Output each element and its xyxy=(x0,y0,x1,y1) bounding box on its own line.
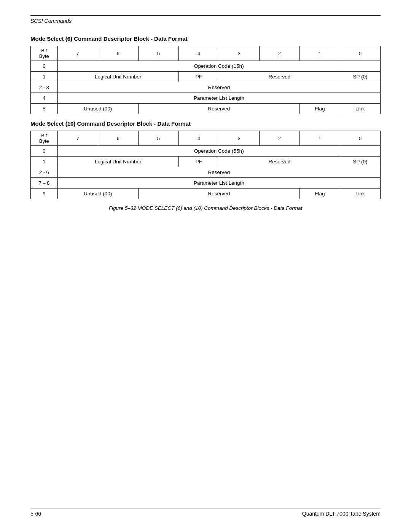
table1-bit0: 0 xyxy=(340,46,380,61)
table2-row9-link: Link xyxy=(340,189,380,199)
table2-bit1: 1 xyxy=(299,131,340,146)
table2-row9: 9 Unused (00) Reserved Flag Link xyxy=(31,189,381,199)
figure-caption: Figure 5–32 MODE SELECT (6) and (10) Com… xyxy=(30,205,381,211)
table1-bit7: 7 xyxy=(57,46,98,61)
table2-bit4: 4 xyxy=(178,131,219,146)
table2-row1: 1 Logical Unit Number PF Reserved SP (0) xyxy=(31,157,381,167)
table2-row1-lun: Logical Unit Number xyxy=(57,157,178,167)
table1-header-row: Bit Byte 7 6 5 4 3 2 1 0 xyxy=(31,46,381,61)
table1-row5-unused: Unused (00) xyxy=(57,104,138,114)
table1-bit2: 2 xyxy=(259,46,299,61)
table1: Bit Byte 7 6 5 4 3 2 1 0 0 Operation Cod… xyxy=(30,46,381,114)
table2-row78: 7 – 8 Parameter List Length xyxy=(31,178,381,189)
page: SCSI Commands Mode Select (6) Command De… xyxy=(0,0,411,532)
table1-bit6: 6 xyxy=(98,46,138,61)
table1-row1-lun: Logical Unit Number xyxy=(57,72,178,82)
table2-row0: 0 Operation Code (55h) xyxy=(31,146,381,157)
table1-row5-flag: Flag xyxy=(299,104,340,114)
header-title: SCSI Commands xyxy=(30,18,381,24)
table2-row26: 2 - 6 Reserved xyxy=(31,167,381,178)
table1-row5-byte: 5 xyxy=(31,104,58,114)
table1-row4-byte: 4 xyxy=(31,93,58,104)
footer-content: 5-66 Quantum DLT 7000 Tape System xyxy=(30,508,381,517)
table2-bit7: 7 xyxy=(57,131,98,146)
table1-bit5: 5 xyxy=(138,46,178,61)
table1-row23-byte: 2 - 3 xyxy=(31,82,58,93)
table2-header-row: Bit Byte 7 6 5 4 3 2 1 0 xyxy=(31,131,381,146)
table1-row23: 2 - 3 Reserved xyxy=(31,82,381,93)
table2-row1-reserved: Reserved xyxy=(219,157,340,167)
table2-row9-flag: Flag xyxy=(299,189,340,199)
table2-row0-byte: 0 xyxy=(31,146,58,157)
table1-row1-sp: SP (0) xyxy=(340,72,380,82)
table2-row1-pf: PF xyxy=(178,157,219,167)
table1-title: Mode Select (6) Command Descriptor Block… xyxy=(30,35,381,42)
table1-wrapper: Mode Select (6) Command Descriptor Block… xyxy=(30,35,381,114)
table2-bit6: 6 xyxy=(98,131,138,146)
table1-bit-byte-label: Bit Byte xyxy=(31,46,58,61)
table2: Bit Byte 7 6 5 4 3 2 1 0 0 Operation Cod… xyxy=(30,131,381,199)
table2-row78-byte: 7 – 8 xyxy=(31,178,58,189)
table1-row0-byte: 0 xyxy=(31,61,58,72)
table2-row1-sp: SP (0) xyxy=(340,157,380,167)
footer-product: Quantum DLT 7000 Tape System xyxy=(302,511,381,517)
table1-bit3: 3 xyxy=(219,46,259,61)
table1-row0: 0 Operation Code (15h) xyxy=(31,61,381,72)
table1-row5-reserved: Reserved xyxy=(138,104,299,114)
table2-row1-byte: 1 xyxy=(31,157,58,167)
table2-bit0: 0 xyxy=(340,131,380,146)
table1-bit4: 4 xyxy=(178,46,219,61)
table1-bit1: 1 xyxy=(299,46,340,61)
table1-row1: 1 Logical Unit Number PF Reserved SP (0) xyxy=(31,72,381,82)
table1-row5: 5 Unused (00) Reserved Flag Link xyxy=(31,104,381,114)
table2-row26-byte: 2 - 6 xyxy=(31,167,58,178)
footer-page: 5-66 xyxy=(30,511,41,517)
table1-row1-pf: PF xyxy=(178,72,219,82)
table2-wrapper: Mode Select (10) Command Descriptor Bloc… xyxy=(30,120,381,199)
table2-bit3: 3 xyxy=(219,131,259,146)
table2-row9-byte: 9 xyxy=(31,189,58,199)
table2-row78-param: Parameter List Length xyxy=(57,178,380,189)
table1-row23-reserved: Reserved xyxy=(57,82,380,93)
table2-bit5: 5 xyxy=(138,131,178,146)
table1-row0-op: Operation Code (15h) xyxy=(57,61,380,72)
table1-row1-byte: 1 xyxy=(31,72,58,82)
table2-bit2: 2 xyxy=(259,131,299,146)
table1-row4: 4 Parameter List Length xyxy=(31,93,381,104)
table2-row9-reserved: Reserved xyxy=(138,189,299,199)
table1-row4-param: Parameter List Length xyxy=(57,93,380,104)
table1-row1-reserved: Reserved xyxy=(219,72,340,82)
table2-bit-byte-label: Bit Byte xyxy=(31,131,58,146)
table2-title: Mode Select (10) Command Descriptor Bloc… xyxy=(30,120,381,127)
table1-row5-link: Link xyxy=(340,104,380,114)
table2-row9-unused: Unused (00) xyxy=(57,189,138,199)
footer: 5-66 Quantum DLT 7000 Tape System xyxy=(30,508,381,517)
header-rule xyxy=(30,15,381,16)
table2-row0-op: Operation Code (55h) xyxy=(57,146,380,157)
table2-row26-reserved: Reserved xyxy=(57,167,380,178)
